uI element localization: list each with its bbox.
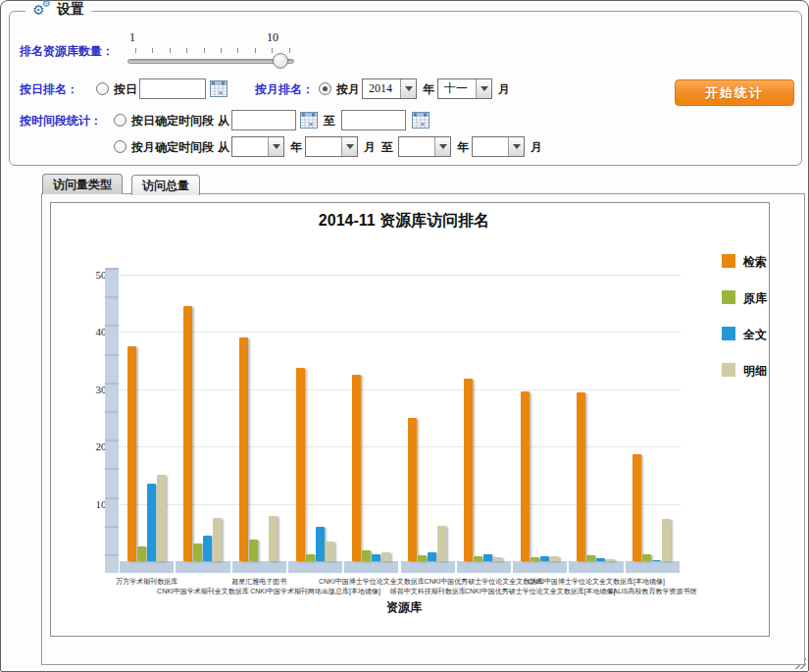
bar-明细 [662,519,671,561]
monthly-radio[interactable] [319,82,331,95]
slider-label: 排名资源库数量： [20,43,114,60]
legend-label: 全文 [743,327,767,343]
bar-检索 [352,375,361,561]
from-year-select[interactable] [231,136,284,157]
to-month-select[interactable] [472,136,525,157]
monthly-radio-label: 按月 [336,81,360,98]
x-tick-label: CNKI中国博士学位论文全文数据库[本地镜像] [528,577,665,587]
settings-groupbox: ⚙ ⚙ 设置 排名资源库数量： 1 10 按日排名： 按日 按月排名： [9,11,802,166]
daily-date-input[interactable] [139,78,206,99]
bar-明细 [381,552,390,561]
resource-count-slider[interactable] [127,59,294,64]
bar-全文 [540,556,549,561]
bar-明细 [157,475,166,561]
bar-检索 [521,391,530,561]
tab-visit-type[interactable]: 访问量类型 [42,174,123,194]
bar-原库 [642,554,651,561]
period-by-day-radio[interactable] [114,114,126,127]
x-axis-strip [176,561,229,573]
daily-radio[interactable] [96,82,109,95]
month-unit-label: 月 [531,139,542,156]
chevron-down-icon[interactable] [476,79,491,98]
x-axis-strip [569,561,623,573]
tab-visit-total[interactable]: 访问总量 [131,175,200,195]
period-stats-label: 按时间段统计： [20,113,102,129]
chevron-down-icon[interactable] [341,137,357,156]
x-axis-title: 资源库 [80,599,728,616]
app-window: ⚙ ⚙ 设置 排名资源库数量： 1 10 按日排名： 按日 按月排名： [0,0,809,672]
bar-原库 [193,543,202,561]
gridline [119,275,681,276]
bar-原库 [362,550,371,561]
period-from-date-input[interactable] [231,110,296,130]
from-label: 从 [218,139,229,156]
x-axis-strip [120,561,174,573]
chevron-down-icon[interactable] [268,137,283,156]
x-tick-label: CNKI中国优秀硕士学位论文全文数据库 [425,577,544,587]
bar-明细 [550,556,559,561]
gears-icon: ⚙ ⚙ [32,1,52,19]
from-month-select[interactable] [305,136,358,157]
bar-全文 [316,527,325,561]
to-label: 至 [324,113,335,129]
bar-全文 [428,552,436,561]
x-tick-label: CNKI中国博士学位论文全文数据库 [319,577,425,587]
x-axis-strip [401,561,455,573]
to-label: 至 [381,139,393,156]
x-axis-strip [288,561,342,573]
slider-thumb[interactable] [273,53,288,69]
legend-swatch-明细 [722,363,735,377]
x-tick-label: CALIS高校教育教学资源书馆 [608,587,696,596]
start-statistics-button[interactable]: 开始统计 [675,79,794,106]
bar-检索 [127,346,136,561]
bar-检索 [632,454,641,561]
chart-panel: 2014-11 资源库访问排名 资源库 0100200300400500万方学术… [50,202,770,637]
legend-swatch-检索 [722,254,735,268]
x-tick-label: CNKI中国学术期刊全文数据库 [157,587,249,596]
bar-全文 [483,554,492,561]
year-unit-label: 年 [457,139,469,156]
x-tick-label: 维普中文科技期刊数据库 [390,587,466,596]
legend-swatch-原库 [722,290,735,304]
x-tick-label: 万方学术期刊数据库 [116,577,177,587]
year-unit-label: 年 [290,139,302,156]
daily-rank-label: 按日排名： [20,81,78,98]
slider-max-label: 10 [267,30,278,45]
bar-全文 [652,560,661,561]
bar-全文 [372,554,380,561]
chevron-down-icon[interactable] [400,79,416,98]
bar-明细 [213,518,222,561]
chevron-down-icon[interactable] [434,137,450,156]
calendar-icon[interactable] [412,112,430,129]
month-unit-label: 月 [364,139,376,156]
x-tick-label: CNKI中国优秀硕士学位论文全文数据库[本地镜像] [465,587,616,596]
bar-检索 [577,392,585,561]
settings-title: 设置 [57,1,84,19]
from-label: 从 [218,113,229,129]
bar-全文 [596,558,605,561]
bar-原库 [418,555,427,561]
to-year-select[interactable] [398,136,451,157]
calendar-icon[interactable] [210,80,228,97]
gridline [119,389,681,390]
bar-原库 [586,555,595,561]
month-select[interactable]: 十一 [437,78,492,99]
chevron-down-icon[interactable] [508,137,524,156]
gridline [119,446,681,447]
bar-明细 [269,516,278,561]
x-axis-strip [457,561,511,573]
period-by-month-radio[interactable] [114,140,126,153]
year-select[interactable]: 2014 [362,78,417,99]
bar-明细 [437,526,446,561]
legend-label: 原库 [743,290,767,307]
legend-label: 检索 [743,254,767,271]
gridline [119,504,681,505]
x-axis-strip [344,561,398,573]
y-axis-wall [105,268,119,573]
bar-明细 [326,542,334,561]
bar-明细 [606,559,615,561]
period-to-date-input[interactable] [341,110,406,130]
slider-min-label: 1 [129,30,135,45]
x-tick-label: CNKI中国学术期刊网络出版总库[本地镜像] [250,587,380,596]
calendar-icon[interactable] [300,112,318,129]
